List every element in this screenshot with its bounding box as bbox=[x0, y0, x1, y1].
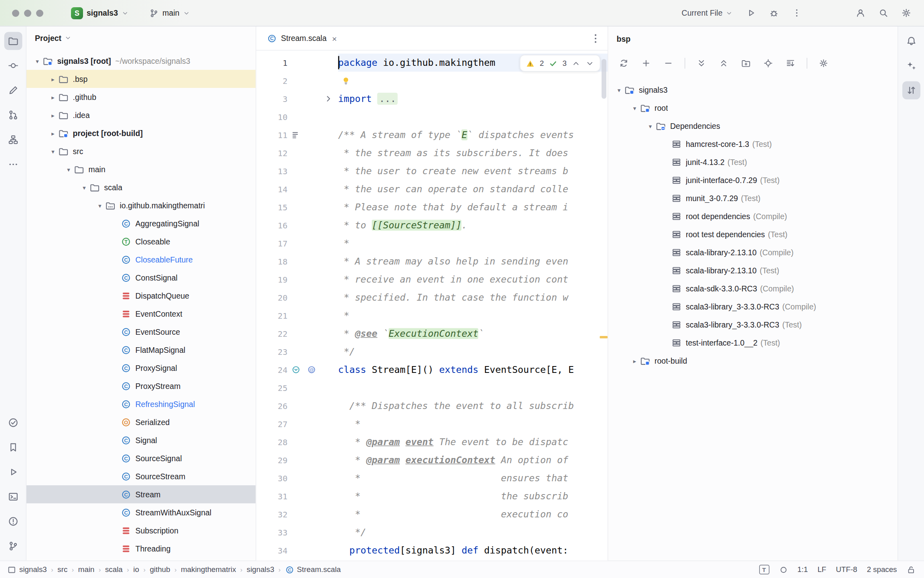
editor-scrollbar[interactable] bbox=[602, 54, 606, 558]
tree-item-io-github-makingthematri[interactable]: ▾io.github.makingthematri bbox=[26, 196, 256, 214]
scroll-to-source-button[interactable] bbox=[784, 57, 796, 69]
editor-gutter[interactable]: 17 bbox=[256, 234, 338, 252]
chevron-expanded-icon[interactable]: ▾ bbox=[646, 122, 655, 129]
scrollbar-thumb[interactable] bbox=[602, 59, 606, 99]
chevron-collapsed-icon[interactable]: ▸ bbox=[630, 357, 640, 364]
editor-gutter[interactable]: 18 bbox=[256, 252, 338, 271]
code-line-15[interactable]: 15 * Please note that by default a strea… bbox=[256, 198, 608, 216]
chevron-expanded-icon[interactable]: ▾ bbox=[614, 86, 624, 93]
tree-item-idea[interactable]: ▸.idea bbox=[26, 106, 256, 124]
more-actions-button[interactable] bbox=[788, 4, 805, 21]
run-configuration-selector[interactable]: Current File bbox=[678, 6, 736, 20]
tree-item-aggregatingsignal[interactable]: CAggregatingSignal bbox=[26, 214, 256, 232]
code-editor[interactable]: 1package io.github.makingthem23import ..… bbox=[256, 51, 608, 561]
code-line-23[interactable]: 23 */ bbox=[256, 343, 608, 361]
code-line-31[interactable]: 31 * the subscrib bbox=[256, 487, 608, 505]
tree-item-signal[interactable]: CSignal bbox=[26, 431, 256, 449]
breadcrumb-makingthematrix[interactable]: makingthematrix bbox=[181, 566, 236, 574]
version-control-tool-window-button[interactable] bbox=[4, 537, 22, 555]
code-line-20[interactable]: 20 * specified. In that case the functio… bbox=[256, 289, 608, 307]
pull-requests-tool-window-button[interactable] bbox=[4, 106, 22, 124]
editor-gutter[interactable]: 11 bbox=[256, 126, 338, 144]
tree-item-root-test-dependencies[interactable]: root test dependencies(Test) bbox=[608, 225, 898, 243]
tree-item-refreshingsignal[interactable]: CRefreshingSignal bbox=[26, 395, 256, 413]
tree-item-eventsource[interactable]: CEventSource bbox=[26, 323, 256, 341]
tree-item-junit-interface-0-7-29[interactable]: junit-interface-0.7.29(Test) bbox=[608, 171, 898, 189]
tab-stream-scala[interactable]: C Stream.scala × bbox=[261, 26, 343, 50]
project-selector[interactable]: S signals3 bbox=[66, 4, 134, 21]
select-opened-file-button[interactable] bbox=[762, 57, 774, 69]
traffic-light-close-button[interactable] bbox=[12, 9, 19, 16]
line-separator-widget[interactable]: LF bbox=[817, 566, 826, 574]
chevron-expanded-icon[interactable]: ▾ bbox=[95, 202, 105, 209]
code-with-me-button[interactable] bbox=[852, 4, 869, 21]
tree-item-streamwithauxsignal[interactable]: CStreamWithAuxSignal bbox=[26, 503, 256, 521]
code-line-24[interactable]: 24@class Stream[E]() extends EventSource… bbox=[256, 361, 608, 379]
editor-gutter[interactable]: 33 bbox=[256, 523, 338, 541]
tree-item-main[interactable]: ▾main bbox=[26, 160, 256, 178]
editor-gutter[interactable]: 20 bbox=[256, 289, 338, 307]
editor-gutter[interactable]: 24@ bbox=[256, 361, 338, 379]
code-line-18[interactable]: 18 * A stream may also help in sending e… bbox=[256, 252, 608, 271]
editor-gutter[interactable]: 16 bbox=[256, 216, 338, 234]
breadcrumb-io[interactable]: io bbox=[133, 566, 139, 574]
tree-item-stream[interactable]: CStream bbox=[26, 485, 256, 503]
run-tool-window-button[interactable] bbox=[4, 463, 22, 481]
breadcrumb-src[interactable]: src bbox=[57, 566, 67, 574]
bulb-icon[interactable] bbox=[341, 76, 351, 85]
tree-item-eventcontext[interactable]: EventContext bbox=[26, 305, 256, 323]
breadcrumb-signals3[interactable]: signals3 bbox=[247, 566, 274, 574]
editor-gutter[interactable]: 3 bbox=[256, 90, 338, 108]
bsp-panel-header[interactable]: bsp bbox=[608, 26, 898, 51]
editor-gutter[interactable]: 13 bbox=[256, 162, 338, 180]
editor-gutter[interactable]: 32 bbox=[256, 505, 338, 523]
tab-close-button[interactable]: × bbox=[332, 34, 337, 43]
tree-item-src[interactable]: ▾src bbox=[26, 142, 256, 160]
code-line-3[interactable]: 3import ... bbox=[256, 90, 608, 108]
editor-gutter[interactable]: 12 bbox=[256, 144, 338, 162]
editor-gutter[interactable]: 34 bbox=[256, 541, 338, 560]
code-line-33[interactable]: 33 */ bbox=[256, 523, 608, 541]
code-line-30[interactable]: 30 * ensures that bbox=[256, 469, 608, 487]
chevron-collapsed-icon[interactable]: ▸ bbox=[48, 112, 58, 118]
edit-tool-window-button[interactable] bbox=[4, 81, 22, 100]
tab-options-icon[interactable] bbox=[590, 32, 602, 44]
code-line-16[interactable]: 16 * to [[SourceStream]]. bbox=[256, 216, 608, 234]
code-line-32[interactable]: 32 * execution co bbox=[256, 505, 608, 523]
chevron-expanded-icon[interactable]: ▾ bbox=[630, 104, 640, 111]
structure-tool-window-button[interactable] bbox=[4, 131, 22, 149]
code-line-13[interactable]: 13 * the user to create new event stream… bbox=[256, 162, 608, 180]
breadcrumb-main[interactable]: main bbox=[78, 566, 95, 574]
editor-gutter[interactable]: 23 bbox=[256, 343, 338, 361]
editor-gutter[interactable]: 26 bbox=[256, 397, 338, 415]
next-problem-icon[interactable] bbox=[586, 59, 595, 68]
editor-gutter[interactable]: 19 bbox=[256, 271, 338, 289]
tree-item-signals3[interactable]: ▾signals3 bbox=[608, 81, 898, 99]
add-button[interactable] bbox=[640, 57, 652, 69]
todo-widget[interactable]: T bbox=[759, 565, 769, 574]
tree-item-test-interface-1-0-2[interactable]: test-interface-1.0__2(Test) bbox=[608, 334, 898, 352]
tree-item-scala3-library-3-3-3-0-rc3[interactable]: scala3-library_3-3.3.0-RC3(Compile) bbox=[608, 297, 898, 315]
project-panel-header[interactable]: Project bbox=[26, 26, 256, 49]
chevron-expanded-icon[interactable]: ▾ bbox=[79, 184, 89, 191]
code-line-19[interactable]: 19 * receive an event in one execution c… bbox=[256, 271, 608, 289]
editor-gutter[interactable]: 14 bbox=[256, 180, 338, 198]
editor-gutter[interactable]: 2 bbox=[256, 72, 338, 90]
editor-gutter[interactable]: 10 bbox=[256, 108, 338, 126]
more-tool-windows-button[interactable] bbox=[4, 155, 22, 173]
editor-gutter[interactable]: 21 bbox=[256, 307, 338, 325]
editor-gutter[interactable]: 15 bbox=[256, 198, 338, 216]
collapse-all-button[interactable] bbox=[718, 57, 730, 69]
tree-item-root-dependencies[interactable]: root dependencies(Compile) bbox=[608, 207, 898, 225]
tree-item-scala-library-2-13-10[interactable]: scala-library-2.13.10(Test) bbox=[608, 261, 898, 279]
code-line-17[interactable]: 17 * bbox=[256, 234, 608, 252]
tree-item-throttledsignal[interactable]: CThrottledSignal bbox=[26, 558, 256, 561]
breadcrumb-stream-scala[interactable]: CStream.scala bbox=[285, 565, 340, 574]
tree-item-sourcestream[interactable]: CSourceStream bbox=[26, 467, 256, 485]
caret-position-widget[interactable]: 1:1 bbox=[797, 566, 808, 574]
tree-item-proxysignal[interactable]: CProxySignal bbox=[26, 359, 256, 377]
tree-item-junit-4-13-2[interactable]: junit-4.13.2(Test) bbox=[608, 153, 898, 171]
debug-button[interactable] bbox=[765, 4, 782, 21]
code-line-34[interactable]: 34 protected[signals3] def dispatch(even… bbox=[256, 541, 608, 560]
code-line-2[interactable]: 2 bbox=[256, 72, 608, 90]
